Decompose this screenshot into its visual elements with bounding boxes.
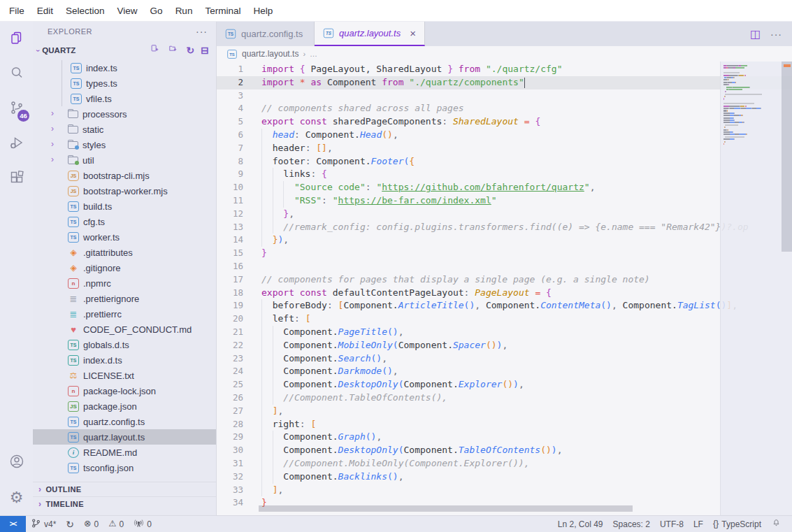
menu-selection[interactable]: Selection [59,6,111,16]
tree-item-util[interactable]: ›util [33,152,216,168]
tree-item-.prettierignore[interactable]: ≣.prettierignore [33,291,216,306]
tree-item-quartz.layout.ts[interactable]: TSquartz.layout.ts [33,429,216,445]
split-editor-icon[interactable]: ◫ [750,27,761,41]
typescript-file-icon: TS [227,50,237,59]
menu-file[interactable]: File [3,6,31,16]
explorer-header: EXPLORER ··· [33,22,216,41]
tree-item-globals.d.ts[interactable]: TSglobals.d.ts [33,337,216,352]
tab-quartz.config.ts[interactable]: TSquartz.config.ts [217,22,315,46]
tree-item-quartz.config.ts[interactable]: TSquartz.config.ts [33,414,216,429]
bell-icon [771,518,782,531]
menu-help[interactable]: Help [247,6,279,16]
tree-item-.gitignore[interactable]: ◈.gitignore [33,260,216,275]
tree-item-CODE_OF_CONDUCT.md[interactable]: ♥CODE_OF_CONDUCT.md [33,322,216,337]
new-folder-icon[interactable] [168,44,180,57]
tree-item-bootstrap-cli.mjs[interactable]: JSbootstrap-cli.mjs [33,168,216,183]
status-sync-icon-1[interactable]: ↻ [61,516,79,532]
code-line-6: 6 head: Component.Head(), [217,129,792,142]
status-right-bell-icon[interactable] [766,516,786,532]
code-lines: 1import { PageLayout, SharedLayout } fro… [217,63,792,510]
typescript-file-icon: TS [68,217,79,227]
status-right-Ln 2, Col 49[interactable]: Ln 2, Col 49 [553,516,608,532]
tree-item-.gitattributes[interactable]: ◈.gitattributes [33,245,216,260]
status-error-icon-2[interactable]: ⊗0 [79,516,103,532]
code-line-32: 32 Component.Backlinks(), [217,470,792,484]
activitybar-search[interactable] [0,57,33,92]
tree-item-index.ts[interactable]: TSindex.ts [33,60,216,76]
activitybar-source-control[interactable]: 46 [0,92,33,127]
code-editor[interactable]: 1import { PageLayout, SharedLayout } fro… [217,62,792,515]
file-label: styles [82,140,106,150]
file-label: .gitattributes [83,247,133,258]
file-label: index.ts [86,63,117,73]
new-file-icon[interactable] [150,44,162,57]
tree-item-cfg.ts[interactable]: TScfg.ts [33,214,216,229]
status-right-LF[interactable]: LF [689,516,708,532]
file-label: README.md [83,447,137,458]
activitybar-settings[interactable]: ⚙ [0,480,33,515]
file-label: .gitignore [83,263,120,273]
status-git-branch-icon-0[interactable]: v4* [26,516,61,532]
status-radio-tower-icon-4[interactable]: 0 [129,516,157,532]
tree-item-README.md[interactable]: iREADME.md [33,445,216,460]
tree-item-static[interactable]: ›static [33,122,216,137]
folder-icon [68,110,78,118]
tree-item-build.ts[interactable]: TSbuild.ts [33,199,216,214]
tree-item-types.ts[interactable]: TStypes.ts [33,76,216,91]
activitybar-explorer[interactable] [0,22,33,57]
status-warning-icon-3[interactable]: ⚠0 [103,516,129,532]
status-right-UTF-8[interactable]: UTF-8 [655,516,689,532]
git-file-icon: ◈ [68,248,79,257]
folder-section-header[interactable]: › QUARTZ ↻⊟ [33,41,216,60]
typescript-file-icon: TS [71,78,82,89]
tree-item-LICENSE.txt[interactable]: ⚖LICENSE.txt [33,368,216,383]
code-line-28: 28 right: [ [217,418,792,431]
vertical-scrollbar[interactable] [782,62,792,252]
activitybar-account[interactable] [0,445,33,480]
refresh-icon[interactable]: ↻ [187,45,195,55]
file-label: cfg.ts [83,217,105,227]
editor-more-actions-icon[interactable]: ··· [770,29,782,40]
panel-outline[interactable]: ›OUTLINE [33,482,216,496]
search-icon [8,64,25,84]
more-actions-icon[interactable]: ··· [196,26,208,37]
node-file-icon: JS [68,401,79,412]
menu-terminal[interactable]: Terminal [199,6,247,16]
status-right-Spaces: 2[interactable]: Spaces: 2 [608,516,655,532]
typescript-file-icon: TS [68,432,79,443]
activity-bar: 46⚙ [0,22,33,515]
activitybar-run-debug[interactable] [0,127,33,161]
tree-item-.npmrc[interactable]: n.npmrc [33,275,216,291]
menu-run[interactable]: Run [169,6,199,16]
file-label: util [82,155,94,166]
tree-item-.prettierrc[interactable]: ≣.prettierrc [33,306,216,322]
tree-item-bootstrap-worker.mjs[interactable]: JSbootstrap-worker.mjs [33,183,216,199]
breadcrumb[interactable]: TS quartz.layout.ts › … [217,46,792,62]
minimap[interactable] [720,62,792,515]
tree-item-styles[interactable]: ›styles [33,137,216,152]
code-line-3: 3 [217,89,792,103]
tree-item-package.json[interactable]: JSpackage.json [33,398,216,414]
sidebar-panels: ›OUTLINE›TIMELINE [33,482,216,515]
tree-item-worker.ts[interactable]: TSworker.ts [33,229,216,245]
tab-quartz.layout.ts[interactable]: TSquartz.layout.ts× [315,22,425,46]
panel-timeline[interactable]: ›TIMELINE [33,496,216,511]
menu-go[interactable]: Go [144,6,169,16]
tsconfig-file-icon: TS [68,463,79,473]
menu-edit[interactable]: Edit [31,6,59,16]
close-icon[interactable]: × [410,27,416,39]
run-debug-icon [8,134,25,154]
horizontal-scrollbar[interactable] [259,505,633,512]
tree-item-tsconfig.json[interactable]: TStsconfig.json [33,460,216,475]
activitybar-extensions[interactable] [0,161,33,196]
status-right-braces-icon[interactable]: {}TypeScript [708,516,766,532]
tree-item-index.d.ts[interactable]: TSindex.d.ts [33,352,216,368]
tree-item-package-lock.json[interactable]: npackage-lock.json [33,383,216,398]
menu-view[interactable]: View [111,6,144,16]
collapse-all-icon[interactable]: ⊟ [201,45,209,55]
tree-item-vfile.ts[interactable]: TSvfile.ts [33,91,216,106]
tree-item-processors[interactable]: ›processors [33,106,216,122]
explorer-toolbar: ↻⊟ [150,44,209,57]
sidebar-explorer: EXPLORER ··· › QUARTZ ↻⊟ TSindex.tsTStyp… [33,22,217,515]
remote-indicator[interactable]: >< [0,516,26,532]
